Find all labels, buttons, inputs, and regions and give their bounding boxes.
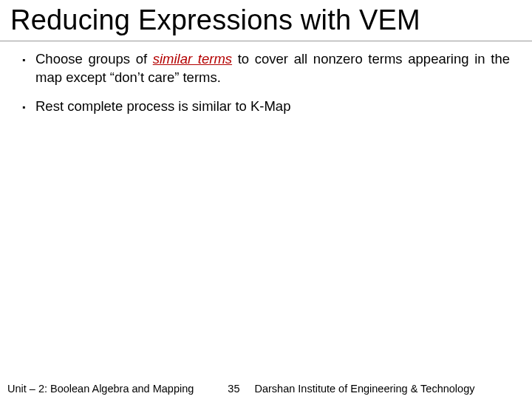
bullet-item: ▪ Rest complete process is similar to K-…	[22, 98, 510, 116]
slide-footer: Unit – 2: Boolean Algebra and Mapping 35…	[0, 383, 532, 395]
footer-unit: Unit – 2: Boolean Algebra and Mapping	[7, 383, 194, 395]
slide: Reducing Expressions with VEM ▪ Choose g…	[0, 0, 532, 399]
bullet-item: ▪ Choose groups of similar terms to cove…	[22, 50, 510, 87]
bullet-emph: similar terms	[153, 51, 232, 66]
slide-title: Reducing Expressions with VEM	[0, 0, 532, 41]
footer-page-number: 35	[228, 383, 239, 395]
footer-institute: Darshan Institute of Engineering & Techn…	[254, 383, 525, 395]
bullet-marker-icon: ▪	[22, 50, 35, 87]
bullet-pre: Choose groups of	[35, 51, 153, 66]
bullet-text: Choose groups of similar terms to cover …	[35, 50, 510, 87]
bullet-marker-icon: ▪	[22, 98, 35, 116]
bullet-pre: Rest complete process is similar to K-Ma…	[35, 98, 290, 114]
slide-content: ▪ Choose groups of similar terms to cove…	[0, 41, 532, 116]
bullet-text: Rest complete process is similar to K-Ma…	[35, 98, 510, 116]
